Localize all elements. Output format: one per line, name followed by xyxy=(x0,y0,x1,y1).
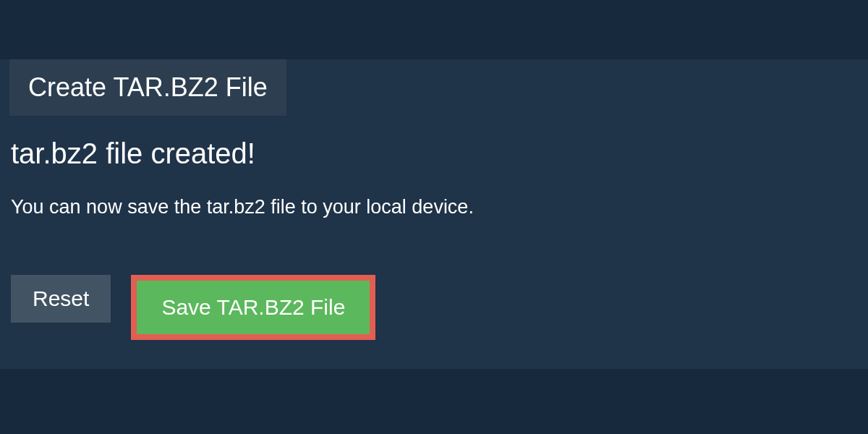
tab-label: Create TAR.BZ2 File xyxy=(28,72,268,102)
button-row: Reset Save TAR.BZ2 File xyxy=(11,275,859,340)
status-heading: tar.bz2 file created! xyxy=(11,137,859,170)
save-button-label: Save TAR.BZ2 File xyxy=(161,295,345,319)
main-panel: Create TAR.BZ2 File tar.bz2 file created… xyxy=(0,59,868,369)
tab-create-tarbz2[interactable]: Create TAR.BZ2 File xyxy=(9,59,286,116)
top-spacer xyxy=(0,0,868,59)
status-subtext: You can now save the tar.bz2 file to you… xyxy=(11,196,859,218)
save-button[interactable]: Save TAR.BZ2 File xyxy=(131,275,375,340)
reset-button-label: Reset xyxy=(33,286,89,310)
reset-button[interactable]: Reset xyxy=(11,275,111,323)
